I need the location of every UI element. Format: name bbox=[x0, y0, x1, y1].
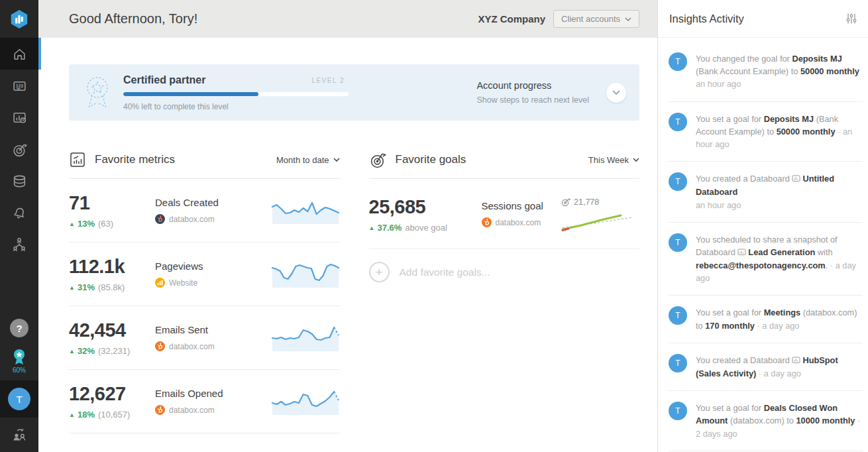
sidebar-item-datasources[interactable] bbox=[0, 165, 38, 197]
databox-hexagon-icon bbox=[9, 9, 30, 30]
user-avatar: T bbox=[669, 172, 687, 191]
activity-text: You set a goal for Meetings (databox.com… bbox=[696, 306, 863, 331]
metric-delta: 31% bbox=[78, 282, 95, 292]
client-accounts-dropdown[interactable]: Client accounts bbox=[553, 10, 639, 28]
activity-item[interactable]: TYou created a Databoard Untitled Databo… bbox=[669, 161, 863, 222]
metric-source: databox.com bbox=[169, 342, 215, 351]
activity-list: TYou changed the goal for Deposits MJ (B… bbox=[658, 38, 868, 452]
user-avatar: T bbox=[669, 306, 687, 325]
client-accounts-label: Client accounts bbox=[561, 14, 620, 24]
trend-up-icon: ▲ bbox=[69, 221, 75, 227]
goal-delta-suffix: above goal bbox=[405, 223, 447, 233]
metric-sparkline bbox=[271, 387, 340, 416]
favorite-goals-header: Favorite goals This Week bbox=[369, 150, 640, 179]
activity-header: Insights Activity bbox=[658, 0, 868, 38]
hubspot-icon bbox=[155, 405, 165, 415]
trend-up-icon: ▲ bbox=[69, 348, 75, 355]
add-favorite-goals-button[interactable]: + Add favorite goals... bbox=[369, 249, 640, 295]
metric-name: Emails Sent bbox=[155, 324, 271, 335]
metric-delta: 32% bbox=[78, 346, 95, 356]
add-goals-label: Add favorite goals... bbox=[400, 266, 490, 278]
favorite-metrics-section: Favorite metrics Month to date 71▲13%(63… bbox=[69, 150, 340, 433]
sidebar-item-alerts[interactable] bbox=[0, 197, 38, 229]
activity-item[interactable]: TYou scheduled to share a snapshot of Da… bbox=[669, 222, 863, 296]
activity-timestamp: · a day ago bbox=[755, 321, 800, 331]
sidebar-item-scorecards[interactable]: 123 bbox=[0, 70, 38, 101]
insights-activity-panel: Insights Activity TYou changed the goal … bbox=[657, 0, 868, 452]
switch-account-button[interactable] bbox=[11, 418, 28, 452]
user-avatar[interactable]: T bbox=[8, 388, 30, 410]
sidebar-item-databoards[interactable] bbox=[0, 101, 38, 133]
metric-value: 42,454 bbox=[69, 319, 155, 341]
main-content: Certified partner LEVEL 2 40% left to co… bbox=[38, 38, 657, 452]
goals-range-dropdown[interactable]: This Week bbox=[588, 155, 639, 165]
level-progress-bar bbox=[123, 92, 349, 96]
activity-item[interactable]: TYou changed the goal for Deposits MJ (B… bbox=[669, 42, 863, 101]
trend-up-icon: ▲ bbox=[69, 412, 75, 418]
app-root: 123 bbox=[0, 0, 868, 452]
metric-row[interactable]: 42,454▲32%(32,231)Emails Sentdatabox.com bbox=[69, 306, 340, 370]
goal-source: databox.com bbox=[496, 218, 541, 227]
metric-sparkline bbox=[271, 260, 340, 289]
databoard-icon bbox=[792, 355, 800, 367]
metric-delta: 18% bbox=[78, 410, 95, 420]
medal-star-icon bbox=[11, 348, 28, 366]
goal-flag-icon bbox=[561, 198, 570, 207]
user-avatar-block: T bbox=[0, 380, 38, 418]
goal-row-sessions[interactable]: 25,685 ▲ 37.6% above goal Sessions goal bbox=[369, 179, 640, 249]
metric-row[interactable]: 12,627▲18%(10,657)Emails Openeddatabox.c… bbox=[69, 370, 340, 433]
sidebar-item-home[interactable] bbox=[0, 38, 38, 70]
user-avatar: T bbox=[669, 402, 687, 420]
goals-range-label: This Week bbox=[588, 155, 629, 165]
company-name: XYZ Company bbox=[478, 13, 545, 25]
plus-icon: + bbox=[369, 262, 390, 282]
partner-progress-block: Certified partner LEVEL 2 40% left to co… bbox=[123, 74, 349, 111]
databoard-icon bbox=[792, 173, 800, 186]
chevron-down-icon bbox=[633, 158, 639, 162]
metric-row[interactable]: 71▲13%(63)Deals Createddatabox.com bbox=[69, 179, 340, 243]
databoard-icon bbox=[737, 247, 746, 259]
metric-source: databox.com bbox=[169, 215, 215, 224]
activity-text: You set a goal for Deals Closed Won Amou… bbox=[696, 402, 863, 440]
activity-item[interactable]: TYou set a goal for Deposits MJ (Bank Ac… bbox=[669, 101, 863, 162]
sidebar-bottom-group: ? 60% T bbox=[0, 319, 38, 452]
activity-filter-button[interactable] bbox=[844, 11, 859, 26]
chevron-down-icon bbox=[612, 90, 620, 95]
hubspot-icon bbox=[155, 341, 165, 351]
activity-item[interactable]: TYou created a Databoard HubSpot (Sales … bbox=[669, 343, 863, 390]
certified-badge-icon bbox=[81, 72, 114, 113]
help-button[interactable]: ? bbox=[10, 319, 28, 337]
active-nav-indicator bbox=[38, 38, 41, 70]
chevron-down-icon bbox=[625, 17, 631, 21]
user-avatar: T bbox=[669, 113, 687, 131]
activity-timestamp: · a day ago bbox=[756, 368, 801, 378]
activity-text: You created a Databoard Untitled Databoa… bbox=[696, 172, 863, 211]
metric-source: Website bbox=[169, 278, 197, 288]
metric-delta: 13% bbox=[78, 219, 95, 229]
favorite-goals-title: Favorite goals bbox=[396, 153, 588, 166]
expand-progress-button[interactable] bbox=[606, 83, 626, 103]
main-header: Good Afternoon, Tory! XYZ Company Client… bbox=[38, 0, 657, 38]
activity-item[interactable]: TYou set a goal for Deals Closed Won Amo… bbox=[669, 390, 863, 451]
metric-value: 112.1k bbox=[69, 256, 155, 278]
bell-icon bbox=[11, 205, 28, 221]
metric-name: Pageviews bbox=[155, 260, 271, 272]
chevron-down-icon bbox=[333, 158, 340, 162]
sidebar-item-goals[interactable] bbox=[0, 133, 38, 165]
favorite-goals-section: Favorite goals This Week 25,685 bbox=[369, 150, 640, 433]
progress-percent-label: 60% bbox=[13, 367, 26, 374]
sidebar-item-account-management[interactable] bbox=[0, 229, 38, 260]
account-progress-title: Account progress bbox=[476, 80, 589, 91]
goal-current-value: 21,778 bbox=[574, 198, 599, 207]
databoard-clock-icon bbox=[11, 109, 28, 126]
account-progress-badge[interactable]: 60% bbox=[11, 348, 28, 374]
metric-row[interactable]: 112.1k▲31%(85.8k)PageviewsWebsite bbox=[69, 243, 340, 306]
databox-logo[interactable] bbox=[0, 0, 38, 38]
dashboard-columns: Favorite metrics Month to date 71▲13%(63… bbox=[69, 150, 639, 433]
metric-sparkline bbox=[271, 196, 340, 225]
hubspot-icon bbox=[482, 217, 492, 227]
activity-item[interactable]: TYou set a goal for Meetings (databox.co… bbox=[669, 295, 863, 342]
goal-delta: 37.6% bbox=[377, 223, 402, 233]
team-org-icon bbox=[11, 236, 28, 253]
metrics-range-dropdown[interactable]: Month to date bbox=[276, 155, 340, 165]
